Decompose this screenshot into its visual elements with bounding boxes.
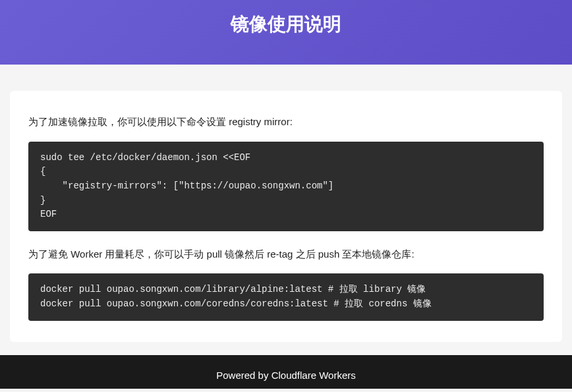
instruction-text-1: 为了加速镜像拉取，你可以使用以下命令设置 registry mirror: <box>28 115 544 130</box>
instruction-text-2: 为了避免 Worker 用量耗尽，你可以手动 pull 镜像然后 re-tag … <box>28 247 544 262</box>
page-footer: Powered by Cloudflare Workers <box>0 355 572 389</box>
content-card: 为了加速镜像拉取，你可以使用以下命令设置 registry mirror: su… <box>10 91 562 342</box>
page-title: 镜像使用说明 <box>0 12 572 37</box>
code-block-2[interactable]: docker pull oupao.songxwn.com/library/al… <box>28 273 544 320</box>
code-block-1[interactable]: sudo tee /etc/docker/daemon.json <<EOF {… <box>28 142 544 231</box>
footer-text: Powered by Cloudflare Workers <box>216 370 355 381</box>
page-header: 镜像使用说明 <box>0 0 572 65</box>
